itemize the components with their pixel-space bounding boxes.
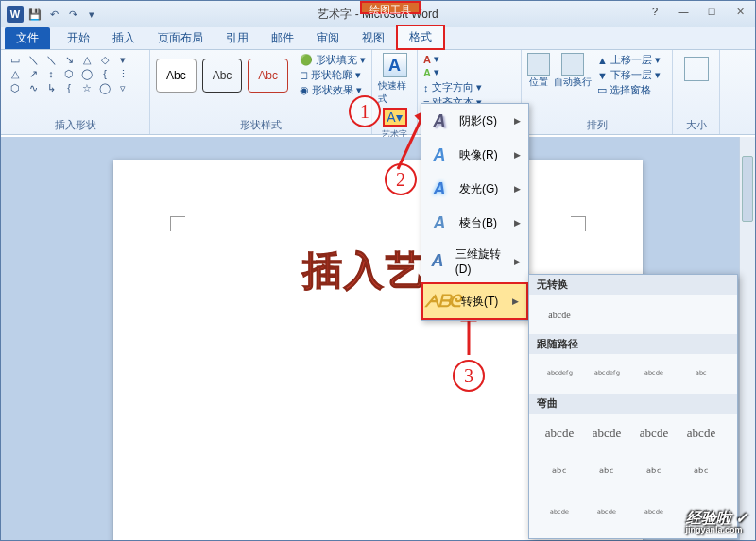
shape-style-2[interactable]: Abc xyxy=(202,59,243,93)
text-effects-menu: A阴影(S)▶ A映像(R)▶ A发光(G)▶ A棱台(B)▶ A三维旋转(D)… xyxy=(421,103,529,321)
wrap-text-button[interactable] xyxy=(561,53,584,76)
tab-file[interactable]: 文件 xyxy=(5,27,50,49)
flyout-header-none: 无转换 xyxy=(529,275,737,295)
save-icon[interactable]: 💾 xyxy=(27,7,43,22)
transform-warp-1[interactable]: abcde xyxy=(539,419,580,448)
menu-3d-rotation[interactable]: A三维旋转(D)▶ xyxy=(421,240,528,282)
help-button[interactable]: ? xyxy=(642,3,668,20)
text-outline-button[interactable]: A▾ xyxy=(423,66,515,78)
shape-style-3[interactable]: Abc xyxy=(248,59,288,93)
shape-effects-button[interactable]: ◉ 形状效果 ▾ xyxy=(300,83,366,97)
transform-path-4[interactable]: ᵃᵇᶜ xyxy=(680,360,722,388)
margin-corner xyxy=(170,216,185,231)
tab-review[interactable]: 审阅 xyxy=(305,27,351,49)
menu-shadow[interactable]: A阴影(S)▶ xyxy=(421,104,528,138)
menu-glow[interactable]: A发光(G)▶ xyxy=(421,172,528,206)
margin-corner xyxy=(571,216,586,231)
tab-mail[interactable]: 邮件 xyxy=(260,27,305,49)
position-button[interactable] xyxy=(527,53,550,76)
flyout-header-path: 跟随路径 xyxy=(529,334,737,354)
maximize-button[interactable]: □ xyxy=(698,3,725,20)
transform-path-2[interactable]: ᵃᵇᶜᵈᵉᶠᵍ xyxy=(586,360,627,388)
text-fill-button[interactable]: A▾ xyxy=(423,53,515,65)
transform-warp-9[interactable]: ᵃᵇᶜᵈᵉ xyxy=(539,499,580,527)
tab-references[interactable]: 引用 xyxy=(215,27,260,49)
transform-warp-2[interactable]: abcde xyxy=(586,419,627,448)
shape-outline-button[interactable]: ◻ 形状轮廓 ▾ xyxy=(300,68,366,82)
tab-format[interactable]: 格式 xyxy=(396,25,445,50)
flyout-header-warp: 弯曲 xyxy=(529,394,737,414)
shape-style-1[interactable]: Abc xyxy=(156,59,197,93)
word-app-icon: W xyxy=(7,6,24,23)
qat-more-icon[interactable]: ▾ xyxy=(84,7,99,22)
quick-style-button[interactable]: A xyxy=(383,53,407,77)
transform-warp-8[interactable]: ᵃᵇᶜ xyxy=(680,459,722,487)
watermark: 经验啦 ✓ jingyanla.com xyxy=(686,511,747,534)
group-label-size: 大小 xyxy=(679,116,713,134)
tab-insert[interactable]: 插入 xyxy=(101,27,146,49)
annotation-3: 3 xyxy=(453,360,485,392)
transform-warp-4[interactable]: abcde xyxy=(680,419,722,448)
annotation-1: 1 xyxy=(349,95,381,127)
transform-warp-11[interactable]: ᵃᵇᶜᵈᵉ xyxy=(633,499,675,527)
redo-icon[interactable]: ↷ xyxy=(65,7,80,22)
shape-fill-button[interactable]: 🟢 形状填充 ▾ xyxy=(300,53,366,67)
vertical-scrollbar[interactable] xyxy=(739,137,755,540)
group-label-styles: 形状样式 xyxy=(156,116,366,134)
text-direction-button[interactable]: ↕ 文字方向 ▾ xyxy=(423,80,515,94)
quick-style-label: 快速样式 xyxy=(378,79,411,106)
undo-icon[interactable]: ↶ xyxy=(46,7,61,22)
transform-gallery: 无转换 abcde 跟随路径 ᵃᵇᶜᵈᵉᶠᵍ ᵃᵇᶜᵈᵉᶠᵍ ᵃᵇᶜᵈᵉ ᵃᵇᶜ… xyxy=(528,274,738,539)
menu-bevel[interactable]: A棱台(B)▶ xyxy=(421,206,528,240)
group-label-arrange: 排列 xyxy=(527,116,666,134)
transform-warp-6[interactable]: ᵃᵇᶜ xyxy=(586,459,627,487)
transform-warp-10[interactable]: ᵃᵇᶜᵈᵉ xyxy=(586,499,627,527)
transform-path-3[interactable]: ᵃᵇᶜᵈᵉ xyxy=(633,360,675,388)
context-tool-tab: 绘图工具 xyxy=(360,1,421,14)
menu-reflection[interactable]: A映像(R)▶ xyxy=(421,138,528,172)
tab-view[interactable]: 视图 xyxy=(351,27,396,49)
transform-warp-5[interactable]: ᵃᵇᶜ xyxy=(539,459,580,487)
tab-layout[interactable]: 页面布局 xyxy=(146,27,215,49)
transform-warp-7[interactable]: ᵃᵇᶜ xyxy=(633,459,675,487)
size-button[interactable] xyxy=(684,57,709,81)
transform-path-1[interactable]: ᵃᵇᶜᵈᵉᶠᵍ xyxy=(539,360,580,388)
shapes-gallery[interactable]: ▭＼＼↘△◇▾ △↗↕⬡◯{⋮ ⬡∿↳{☆◯▿ xyxy=(7,53,144,94)
transform-warp-3[interactable]: abcde xyxy=(633,419,675,448)
selection-pane-button[interactable]: ▭ 选择窗格 xyxy=(597,83,661,97)
bring-forward-button[interactable]: ▲ 上移一层 ▾ xyxy=(597,53,661,67)
menu-transform[interactable]: ᗅᗷᘓ转换(T)▶ xyxy=(421,282,528,320)
send-backward-button[interactable]: ▼ 下移一层 ▾ xyxy=(597,68,661,82)
close-button[interactable]: ✕ xyxy=(727,3,753,20)
group-label-shapes: 插入形状 xyxy=(7,116,144,134)
transform-none[interactable]: abcde xyxy=(539,300,580,329)
minimize-button[interactable]: — xyxy=(670,3,696,20)
tab-home[interactable]: 开始 xyxy=(56,27,101,49)
